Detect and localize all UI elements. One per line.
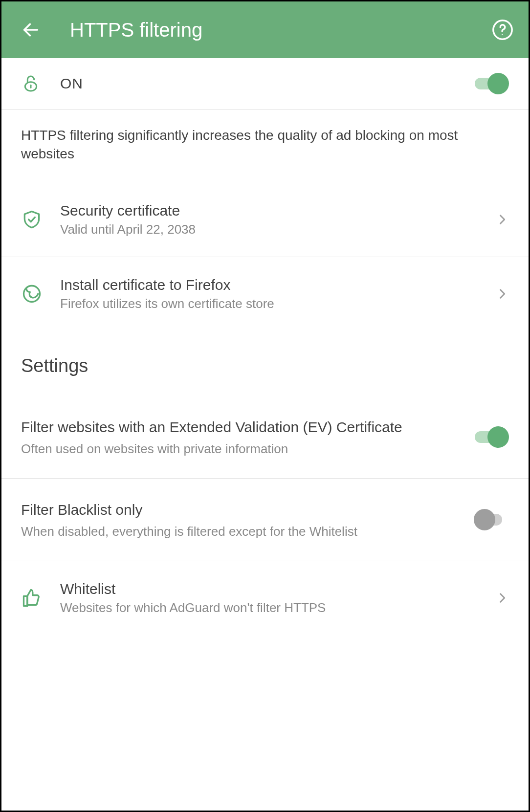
- chevron-right-icon: [495, 213, 509, 226]
- install-firefox-cert-subtitle: Firefox utilizes its own certificate sto…: [60, 296, 495, 311]
- blacklist-only-toggle[interactable]: [474, 509, 509, 530]
- https-filtering-toggle[interactable]: [474, 73, 509, 94]
- svg-point-2: [502, 34, 503, 35]
- thumbs-up-icon: [21, 587, 60, 609]
- ev-filter-title: Filter websites with an Extended Validat…: [21, 417, 464, 437]
- back-button[interactable]: [21, 20, 41, 40]
- security-certificate-row[interactable]: Security certificate Valid until April 2…: [1, 183, 529, 257]
- whitelist-row[interactable]: Whitelist Websites for which AdGuard won…: [1, 561, 529, 635]
- security-certificate-subtitle: Valid until April 22, 2038: [60, 222, 495, 237]
- ev-filter-subtitle: Often used on websites with private info…: [21, 441, 464, 457]
- firefox-icon: [21, 283, 60, 305]
- install-firefox-cert-row[interactable]: Install certificate to Firefox Firefox u…: [1, 257, 529, 331]
- settings-heading: Settings: [1, 331, 529, 396]
- blacklist-only-subtitle: When disabled, everything is filtered ex…: [21, 524, 464, 539]
- chevron-right-icon: [495, 591, 509, 605]
- lock-icon: [21, 74, 60, 93]
- app-header: HTTPS filtering: [1, 1, 529, 58]
- shield-check-icon: [21, 209, 60, 230]
- help-icon: [491, 19, 514, 41]
- chevron-right-icon: [495, 287, 509, 301]
- whitelist-title: Whitelist: [60, 581, 495, 597]
- help-button[interactable]: [491, 19, 514, 41]
- arrow-left-icon: [21, 20, 41, 40]
- security-certificate-title: Security certificate: [60, 202, 495, 219]
- https-filtering-state-label: ON: [60, 75, 474, 92]
- page-title: HTTPS filtering: [70, 19, 462, 41]
- ev-filter-toggle[interactable]: [474, 426, 509, 448]
- blacklist-only-row[interactable]: Filter Blacklist only When disabled, eve…: [1, 479, 529, 561]
- whitelist-subtitle: Websites for which AdGuard won't filter …: [60, 600, 495, 615]
- info-text: HTTPS filtering significantly increases …: [1, 110, 529, 183]
- ev-filter-row[interactable]: Filter websites with an Extended Validat…: [1, 396, 529, 479]
- install-firefox-cert-title: Install certificate to Firefox: [60, 277, 495, 293]
- https-filtering-toggle-row[interactable]: ON: [1, 58, 529, 110]
- blacklist-only-title: Filter Blacklist only: [21, 500, 464, 519]
